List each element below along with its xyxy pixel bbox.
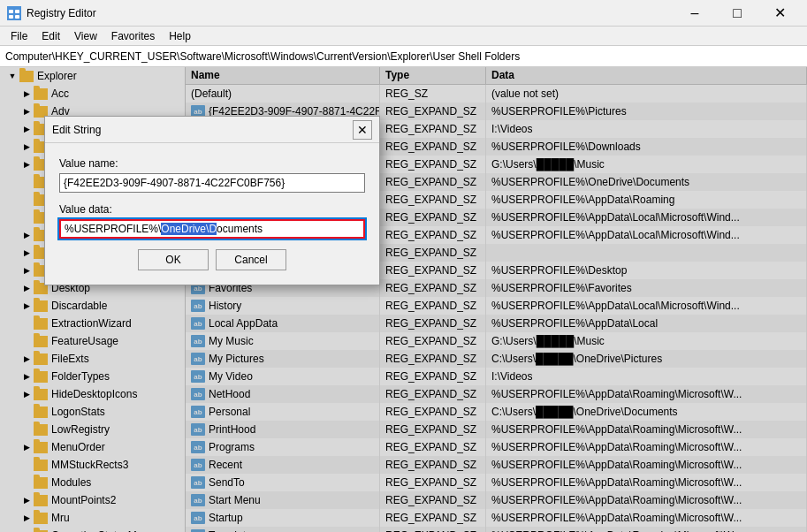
menu-favorites[interactable]: Favorites <box>104 28 162 44</box>
cell-data: %USERPROFILE%\AppData\Local\Microsoft\Wi… <box>486 297 807 315</box>
table-row[interactable]: abTemplatesREG_EXPAND_SZ%USERPROFILE%\Ap… <box>186 527 807 532</box>
sidebar-item-extractionwizard[interactable]: ExtractionWizard <box>0 315 185 332</box>
folder-icon <box>34 318 48 330</box>
table-header: Name Type Data <box>186 67 807 85</box>
ok-button[interactable]: OK <box>138 249 209 270</box>
expand-icon <box>21 194 32 205</box>
table-row[interactable]: abMy PicturesREG_EXPAND_SZC:\Users\█████… <box>186 350 807 368</box>
table-row[interactable]: abProgramsREG_EXPAND_SZ%USERPROFILE%\App… <box>186 438 807 456</box>
table-row[interactable]: abPersonalREG_EXPAND_SZC:\Users\█████\On… <box>186 403 807 421</box>
cell-type: REG_EXPAND_SZ <box>380 385 486 403</box>
expand-icon: ▶ <box>21 88 32 99</box>
sidebar-item-lowregistry[interactable]: LowRegistry <box>0 421 185 438</box>
sidebar-item-foldertypes[interactable]: ▶ FolderTypes <box>0 368 185 385</box>
dialog-buttons: OK Cancel <box>59 249 365 270</box>
table-row[interactable]: abLocal AppDataREG_EXPAND_SZ%USERPROFILE… <box>186 315 807 332</box>
menu-help[interactable]: Help <box>162 28 198 44</box>
expand-icon: ▶ <box>21 141 32 152</box>
cancel-button[interactable]: Cancel <box>216 249 286 270</box>
dialog-close-button[interactable]: ✕ <box>353 120 372 140</box>
cell-name-text: Start Menu <box>209 494 261 506</box>
cell-data: %USERPROFILE%\Pictures <box>486 103 807 120</box>
sidebar-label: LowRegistry <box>51 423 110 436</box>
expand-icon <box>21 460 32 470</box>
cell-data: %USERPROFILE%\AppData\Local <box>486 315 807 332</box>
sidebar-label: ExtractionWizard <box>51 317 132 330</box>
sidebar-item-fileexts[interactable]: ▶ FileExts <box>0 350 185 368</box>
value-data-input[interactable] <box>59 219 365 239</box>
cell-name: abLocal AppData <box>186 315 380 332</box>
folder-icon <box>34 88 48 100</box>
sidebar-item-hidedesktopicons[interactable]: ▶ HideDesktopIcons <box>0 385 185 403</box>
col-data: Data <box>486 67 807 84</box>
sidebar-item-mountpoints2[interactable]: ▶ MountPoints2 <box>0 491 185 509</box>
minimize-button[interactable]: – <box>674 0 715 27</box>
cell-name-text: My Music <box>209 335 254 347</box>
table-row[interactable]: (Default)REG_SZ(value not set) <box>186 85 807 103</box>
cell-name: abPersonal <box>186 403 380 421</box>
table-row[interactable]: abSendToREG_EXPAND_SZ%USERPROFILE%\AppDa… <box>186 474 807 491</box>
folder-icon <box>34 336 48 347</box>
cell-data: %USERPROFILE%\AppData\Roaming\Microsoft\… <box>486 385 807 403</box>
cell-name-text: (Default) <box>191 87 232 100</box>
expand-icon <box>21 212 32 223</box>
cell-data: %USERPROFILE%\Desktop <box>486 262 807 279</box>
menu-view[interactable]: View <box>67 28 104 44</box>
sidebar-item-mru[interactable]: ▶ Mru <box>0 509 185 527</box>
main-layout: ▼ Explorer ▶ Acc ▶ Adv ▶ Aut ▶ Ban ▶ Bit… <box>0 67 807 532</box>
table-row[interactable]: abMy VideoREG_EXPAND_SZI:\Videos <box>186 368 807 385</box>
cell-name: abHistory <box>186 297 380 315</box>
menu-edit[interactable]: Edit <box>34 28 67 44</box>
value-name-input[interactable] <box>59 173 365 193</box>
expand-icon: ▶ <box>21 283 32 293</box>
cell-data: %USERPROFILE%\AppData\Roaming\Microsoft\… <box>486 527 807 532</box>
sidebar-item-featureusage[interactable]: FeatureUsage <box>0 332 185 350</box>
cell-name: abMy Pictures <box>186 350 380 368</box>
edit-string-dialog: Edit String ✕ Value name: Value data: OK… <box>44 116 380 285</box>
maximize-button[interactable]: □ <box>717 0 758 27</box>
table-row[interactable]: abStart MenuREG_EXPAND_SZ%USERPROFILE%\A… <box>186 491 807 509</box>
cell-type: REG_EXPAND_SZ <box>380 509 486 527</box>
cell-name: (Default) <box>186 85 380 103</box>
sidebar-item-discardable[interactable]: ▶ Discardable <box>0 297 185 315</box>
table-row[interactable]: abStartupREG_EXPAND_SZ%USERPROFILE%\AppD… <box>186 509 807 527</box>
sidebar-item-explorer[interactable]: ▼ Explorer <box>0 67 185 85</box>
app-icon <box>7 6 21 20</box>
cell-type: REG_EXPAND_SZ <box>380 403 486 421</box>
sidebar-item-menuorder[interactable]: ▶ MenuOrder <box>0 438 185 456</box>
table-row[interactable]: abPrintHoodREG_EXPAND_SZ%USERPROFILE%\Ap… <box>186 421 807 438</box>
menu-file[interactable]: File <box>4 28 34 44</box>
sidebar-item-logonstats[interactable]: LogonStats <box>0 403 185 421</box>
folder-icon <box>34 477 48 489</box>
sidebar-label: MountPoints2 <box>51 494 116 506</box>
close-button[interactable]: ✕ <box>759 0 800 27</box>
svg-rect-4 <box>15 15 19 19</box>
table-row[interactable]: abRecentREG_EXPAND_SZ%USERPROFILE%\AppDa… <box>186 456 807 474</box>
folder-icon <box>34 389 48 400</box>
folder-icon <box>34 300 48 312</box>
ab-icon: ab <box>191 335 205 347</box>
col-type: Type <box>380 67 486 84</box>
sidebar-item-operationstatusmanager[interactable]: OperationStatusManager <box>0 527 185 532</box>
table-row[interactable]: abNetHoodREG_EXPAND_SZ%USERPROFILE%\AppD… <box>186 385 807 403</box>
sidebar-item-acc[interactable]: ▶ Acc <box>0 85 185 103</box>
cell-name: abPrintHood <box>186 421 380 438</box>
table-row[interactable]: abMy MusicREG_EXPAND_SZG:\Users\█████\Mu… <box>186 332 807 350</box>
table-row[interactable]: abHistoryREG_EXPAND_SZ%USERPROFILE%\AppD… <box>186 297 807 315</box>
expand-icon: ▶ <box>21 513 32 523</box>
address-text: Computer\HKEY_CURRENT_USER\Software\Micr… <box>5 50 520 63</box>
cell-type: REG_EXPAND_SZ <box>380 350 486 368</box>
cell-data: %USERPROFILE%\Downloads <box>486 138 807 156</box>
expand-icon: ▶ <box>21 300 32 311</box>
address-bar: Computer\HKEY_CURRENT_USER\Software\Micr… <box>0 46 807 67</box>
cell-type: REG_EXPAND_SZ <box>380 173 486 191</box>
sidebar-item-modules[interactable]: Modules <box>0 474 185 491</box>
expand-icon: ▶ <box>21 389 32 399</box>
cell-name-text: SendTo <box>209 476 245 489</box>
ab-icon: ab <box>191 494 205 506</box>
cell-name-text: Programs <box>209 441 255 453</box>
cell-type: REG_EXPAND_SZ <box>380 438 486 456</box>
cell-data: I:\Videos <box>486 368 807 385</box>
expand-icon: ▶ <box>21 265 32 276</box>
sidebar-item-mmstuckrects3[interactable]: MMStuckRects3 <box>0 456 185 474</box>
